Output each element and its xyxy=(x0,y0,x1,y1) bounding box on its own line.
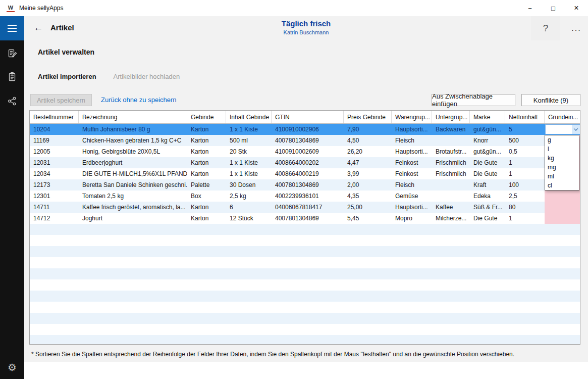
table-cell[interactable]: 4007801304869 xyxy=(272,135,344,146)
table-cell[interactable]: 12173 xyxy=(30,179,79,191)
table-cell[interactable]: 1 x 1 Kiste xyxy=(226,157,272,168)
table-cell[interactable]: Karton xyxy=(187,146,226,157)
maximize-button[interactable]: □ xyxy=(542,0,565,16)
table-cell[interactable]: Karton xyxy=(187,168,226,179)
table-row[interactable]: 12005Honig, Gebirgsblüte 20X0,5LKarton20… xyxy=(30,146,580,157)
table-cell[interactable]: 4008664000202 xyxy=(272,157,344,168)
table-cell[interactable]: Beretta San Daniele Schinken geschni... xyxy=(79,179,187,191)
table-cell[interactable]: 5,45 xyxy=(344,213,392,224)
table-cell[interactable]: Hauptsorti... xyxy=(392,146,432,157)
table-cell[interactable]: Brotaufstr... xyxy=(432,146,470,157)
table-cell[interactable]: 1 xyxy=(505,213,545,224)
table-cell[interactable]: Frischmilch xyxy=(432,168,470,179)
grundeinheit-combobox[interactable] xyxy=(545,124,580,134)
column-header[interactable]: GTIN xyxy=(272,111,344,123)
column-header[interactable]: Untergrup... xyxy=(432,111,470,123)
table-cell[interactable]: 7,90 xyxy=(344,124,392,135)
table-cell[interactable]: 25,00 xyxy=(344,202,392,213)
table-cell[interactable] xyxy=(432,191,470,202)
table-cell[interactable]: Karton xyxy=(187,124,226,135)
table-row[interactable]: 12301Tomaten 2,5 kgBox2,5 kg400223993610… xyxy=(30,191,580,202)
table-cell[interactable]: 12034 xyxy=(30,168,79,179)
table-cell[interactable]: 14712 xyxy=(30,213,79,224)
table-cell[interactable]: 12 Stück xyxy=(226,213,272,224)
table-cell[interactable]: Karton xyxy=(187,135,226,146)
more-button[interactable]: ... xyxy=(567,17,585,39)
table-cell[interactable]: 1 x 1 Kiste xyxy=(226,124,272,135)
table-cell[interactable]: Erdbeerjoghurt xyxy=(79,157,187,168)
column-header[interactable]: Bestellnummer xyxy=(30,111,79,123)
help-button[interactable]: ? xyxy=(531,16,560,40)
close-button[interactable]: × xyxy=(565,0,588,16)
hamburger-button[interactable] xyxy=(0,16,24,40)
table-cell[interactable]: 100 xyxy=(505,179,545,191)
table-cell[interactable]: 4007801304869 xyxy=(272,213,344,224)
table-cell[interactable]: 3,99 xyxy=(344,168,392,179)
table-cell[interactable]: Kaffee xyxy=(432,202,470,213)
column-header[interactable]: Marke xyxy=(470,111,505,123)
table-cell[interactable]: 2,5 xyxy=(505,191,545,202)
table-cell[interactable] xyxy=(432,179,470,191)
table-cell[interactable]: Karton xyxy=(187,213,226,224)
tab-artikelbilder-hochladen[interactable]: Artikelbilder hochladen xyxy=(114,73,180,80)
table-cell[interactable]: 12005 xyxy=(30,146,79,157)
minimize-button[interactable]: − xyxy=(518,0,542,16)
table-cell[interactable] xyxy=(545,191,580,202)
table-row[interactable]: 12031ErdbeerjoghurtKarton1 x 1 Kiste4008… xyxy=(30,157,580,168)
table-cell[interactable]: 2,00 xyxy=(344,179,392,191)
table-cell[interactable]: 0,5 xyxy=(505,146,545,157)
table-cell[interactable]: 14711 xyxy=(30,202,79,213)
tab-artikel-importieren[interactable]: Artikel importieren xyxy=(38,73,96,80)
sidebar-item-artikel[interactable] xyxy=(0,66,24,88)
table-cell[interactable]: 4100910002906 xyxy=(272,124,344,135)
table-cell[interactable]: Feinkost xyxy=(392,157,432,168)
table-cell[interactable]: Hauptsorti... xyxy=(392,124,432,135)
table-cell[interactable]: 12301 xyxy=(30,191,79,202)
column-header[interactable]: Warengrup... xyxy=(392,111,432,123)
table-cell[interactable]: 1 xyxy=(505,157,545,168)
column-header[interactable]: Bezeichnung xyxy=(79,111,187,123)
dropdown-option[interactable]: kg xyxy=(545,154,579,163)
table-cell[interactable]: Die Gute xyxy=(470,168,505,179)
table-cell[interactable]: Joghurt xyxy=(79,213,187,224)
sidebar-item-share[interactable] xyxy=(0,90,24,112)
table-cell[interactable]: 4,35 xyxy=(344,191,392,202)
table-cell[interactable]: Edeka xyxy=(470,191,505,202)
column-header[interactable]: Gebinde xyxy=(187,111,226,123)
table-cell[interactable]: 12031 xyxy=(30,157,79,168)
table-cell[interactable]: Hauptsorti... xyxy=(392,202,432,213)
dropdown-option[interactable]: l xyxy=(545,145,579,154)
table-cell[interactable]: Knorr xyxy=(470,135,505,146)
column-header[interactable]: Nettoinhalt xyxy=(505,111,545,123)
table-cell[interactable]: Feinkost xyxy=(392,168,432,179)
table-cell[interactable] xyxy=(545,202,580,213)
column-header[interactable]: Grundein... xyxy=(545,111,580,123)
table-cell[interactable]: Fleisch xyxy=(392,179,432,191)
table-cell[interactable]: 20 Stk xyxy=(226,146,272,157)
table-cell[interactable]: Milcherze... xyxy=(432,213,470,224)
table-cell[interactable]: Süß & Fr... xyxy=(470,202,505,213)
table-row[interactable]: 11169Chicken-Haxen gebraten 1,5 kg C+CKa… xyxy=(30,135,580,146)
table-cell[interactable]: Backwaren xyxy=(432,124,470,135)
table-cell[interactable]: 4007801304869 xyxy=(272,179,344,191)
table-cell[interactable]: Gemüse xyxy=(392,191,432,202)
table-cell[interactable]: Die Gute xyxy=(470,157,505,168)
paste-from-clipboard-button[interactable]: Aus Zwischenablage einfügen xyxy=(432,94,515,106)
table-cell[interactable]: Kraft xyxy=(470,179,505,191)
table-cell[interactable]: 4,50 xyxy=(344,135,392,146)
dropdown-option[interactable]: cl xyxy=(545,181,579,190)
save-button[interactable]: Artikel speichern xyxy=(30,94,92,106)
table-row[interactable]: 14711Kaffee frisch geröstet, aromatisch,… xyxy=(30,202,580,213)
table-cell[interactable]: Palette xyxy=(187,179,226,191)
table-row[interactable]: 12034DIE GUTE H-MILCH1,5%6X1L PFANDKarto… xyxy=(30,168,580,179)
dropdown-option[interactable]: g xyxy=(545,135,579,145)
settings-button[interactable]: ⚙ xyxy=(0,356,24,378)
table-cell[interactable]: 5 xyxy=(505,124,545,135)
conflicts-button[interactable]: Konflikte (9) xyxy=(521,94,580,106)
table-cell[interactable]: 04006067818417 xyxy=(272,202,344,213)
table-cell[interactable]: Karton xyxy=(187,157,226,168)
table-cell[interactable]: 4002239936101 xyxy=(272,191,344,202)
table-row[interactable]: 14712JoghurtKarton12 Stück40078013048695… xyxy=(30,213,580,224)
table-cell[interactable]: gut&gün... xyxy=(470,146,505,157)
table-cell[interactable]: Box xyxy=(187,191,226,202)
